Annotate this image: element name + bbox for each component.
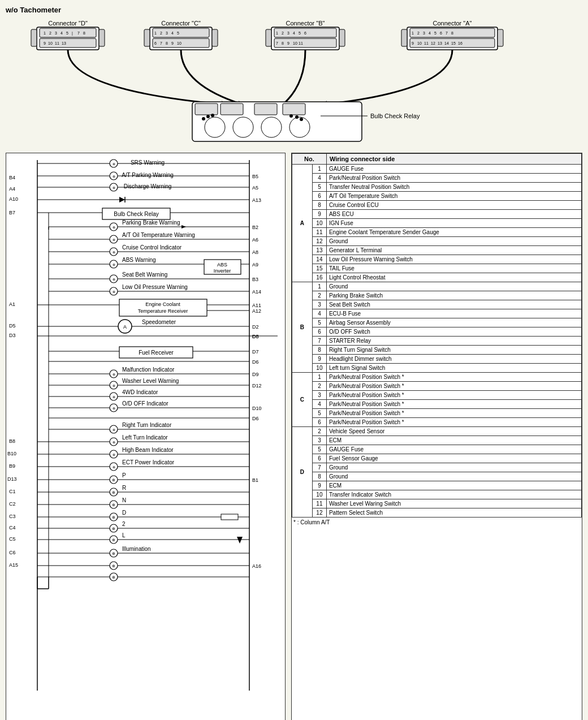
svg-point-90: [295, 115, 299, 119]
table-cell: Ground: [326, 237, 581, 246]
table-row: 12 Ground: [292, 237, 582, 246]
svg-text:Parking Brake Warning: Parking Brake Warning: [122, 219, 180, 226]
svg-text:⊕: ⊕: [113, 453, 115, 456]
svg-text:⊕: ⊕: [113, 278, 115, 281]
svg-text:⊕: ⊕: [113, 428, 115, 432]
table-cell: IGN Fuse: [326, 219, 581, 228]
svg-text:10: 10: [293, 41, 297, 45]
svg-text:10: 10: [177, 41, 181, 45]
table-cell: 9: [312, 210, 326, 219]
svg-text:D9: D9: [252, 372, 259, 377]
svg-text:A12: A12: [252, 308, 261, 314]
table-cell: 4: [312, 174, 326, 183]
svg-text:D: D: [122, 510, 126, 516]
svg-text:14: 14: [444, 41, 449, 45]
svg-rect-32: [144, 29, 150, 46]
svg-text:C2: C2: [9, 501, 16, 507]
svg-text:Right Turn Indicator: Right Turn Indicator: [122, 422, 172, 428]
table-cell: Engine Coolant Temperature Sender Gauge: [326, 228, 581, 237]
svg-text:D5: D5: [9, 323, 16, 329]
svg-text:D6: D6: [252, 416, 259, 421]
svg-text:4: 4: [171, 31, 174, 35]
svg-text:⊕: ⊕: [113, 251, 115, 254]
table-cell: 5: [312, 318, 326, 327]
table-cell: Light Control Rheostat: [326, 273, 581, 282]
svg-text:7: 7: [160, 41, 162, 45]
table-cell: Fuel Sensor Gauge: [326, 454, 581, 463]
svg-text:A5: A5: [252, 185, 258, 191]
svg-text:11: 11: [55, 41, 59, 45]
svg-text:A1: A1: [9, 301, 15, 307]
table-cell: 3: [312, 436, 326, 445]
table-row: 6 A/T Oil Temperature Switch: [292, 192, 582, 201]
table-row: 5 GAUGE Fuse: [292, 445, 582, 454]
table-row: A 1 GAUGE Fuse: [292, 165, 582, 174]
svg-text:9: 9: [287, 41, 289, 45]
table-row: 5 Transfer Neutral Position Switch: [292, 183, 582, 192]
table-cell: Low Oil Pressure Warning Switch: [326, 255, 581, 264]
table-cell: 7: [312, 337, 326, 346]
section-a-label: A: [292, 165, 313, 282]
svg-text:1: 1: [276, 31, 278, 35]
svg-rect-81: [283, 104, 305, 115]
svg-text:D2: D2: [252, 324, 259, 330]
svg-text:2: 2: [49, 31, 51, 35]
svg-text:⊕: ⊕: [113, 162, 115, 166]
svg-text:N: N: [122, 497, 126, 503]
svg-text:11: 11: [299, 41, 303, 45]
table-cell: Seat Belt Switch: [326, 300, 581, 309]
svg-text:A15: A15: [9, 562, 18, 568]
section-c-label: C: [292, 373, 313, 427]
svg-text:D10: D10: [252, 406, 262, 411]
table-cell: Ground: [326, 472, 581, 481]
table-row: B 1 Ground: [292, 282, 582, 291]
table-row: 8 Cruise Control ECU: [292, 201, 582, 210]
table-cell: A/T Oil Temperature Switch: [326, 192, 581, 201]
table-cell: 1: [312, 282, 326, 291]
svg-text:3: 3: [287, 31, 289, 35]
table-cell: 4: [312, 309, 326, 318]
table-cell: Headlight Dimmer switch: [326, 355, 581, 364]
svg-text:⊕: ⊕: [112, 515, 115, 519]
svg-text:12: 12: [431, 41, 435, 45]
svg-text:Cruise Control Indicator: Cruise Control Indicator: [122, 244, 182, 251]
svg-text:⊕: ⊕: [113, 384, 115, 387]
svg-text:C1: C1: [9, 489, 16, 494]
svg-text:2: 2: [160, 31, 162, 35]
table-cell: 11: [312, 499, 326, 508]
table-cell: 4: [312, 400, 326, 409]
svg-text:⊕: ⊕: [112, 527, 115, 531]
table-cell: Park/Neutral Position Switch *: [326, 391, 581, 400]
svg-text:3: 3: [166, 31, 168, 35]
svg-text:⊕: ⊕: [112, 478, 115, 482]
svg-text:9: 9: [412, 41, 414, 45]
table-row: D 2 Vehicle Speed Sensor: [292, 427, 582, 436]
table-cell: 12: [312, 237, 326, 246]
svg-text:Low Oil Pressure Warning: Low Oil Pressure Warning: [122, 284, 188, 290]
table-cell: 16: [312, 273, 326, 282]
table-cell: Ground: [326, 463, 581, 472]
table-cell: 9: [312, 355, 326, 364]
table-cell: 12: [312, 508, 326, 518]
svg-text:⊕: ⊕: [112, 575, 115, 579]
svg-text:A4: A4: [9, 186, 15, 192]
bottom-section: SRS Warning ⊕ B4 A/T Parking Warning ⊕ B…: [6, 153, 582, 720]
svg-text:10: 10: [417, 41, 422, 45]
table-cell: Park/Neutral Position Switch *: [326, 418, 581, 427]
table-cell: Park/Neutral Position Switch: [326, 174, 581, 183]
table-row: 16 Light Control Rheostat: [292, 273, 582, 282]
table-row: 11 Engine Coolant Temperature Sender Gau…: [292, 228, 582, 237]
svg-rect-80: [254, 104, 277, 115]
table-cell: 5: [312, 445, 326, 454]
svg-rect-247: [221, 514, 238, 520]
svg-point-91: [300, 118, 303, 121]
svg-text:2: 2: [282, 31, 284, 35]
svg-text:⊕: ⊕: [113, 395, 115, 399]
svg-rect-17: [99, 29, 105, 46]
table-row: 3 Park/Neutral Position Switch *: [292, 391, 582, 400]
connector-table-section: No. Wiring connector side A 1 GAUGE Fuse…: [291, 153, 582, 720]
table-row: 13 Generator L Terminal: [292, 246, 582, 255]
svg-text:A9: A9: [252, 262, 258, 268]
svg-text:2: 2: [417, 31, 420, 35]
svg-text:P: P: [122, 472, 126, 478]
